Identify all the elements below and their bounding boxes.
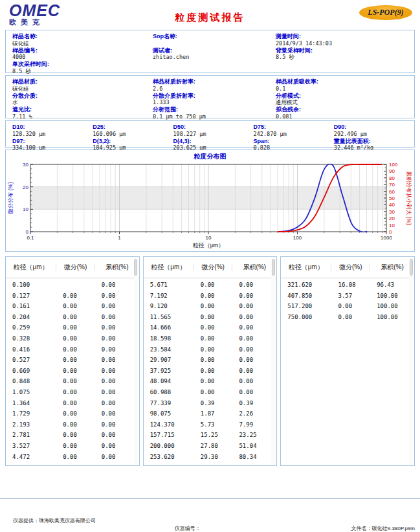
table-cell: 0.00 (56, 387, 95, 398)
table-cell: 0.00 (95, 280, 139, 291)
svg-text:80: 80 (389, 175, 395, 181)
svg-text:粒径（μm）: 粒径（μm） (193, 242, 225, 249)
info-field (276, 60, 414, 74)
table-row: 0.6690.000.00 (6, 366, 139, 377)
table-cell: 0.00 (232, 301, 276, 312)
table-scrollbar[interactable] (134, 258, 138, 465)
svg-text:40: 40 (389, 202, 395, 208)
table-cell: 0.100 (6, 280, 56, 291)
table-row: 0.4160.000.00 (6, 344, 139, 355)
table-cell: 0.00 (56, 301, 95, 312)
scrollbar-thumb[interactable] (134, 259, 137, 276)
info-field: 样品材质:碳化硅 (12, 78, 153, 92)
info-field: D25:160.096 μm (93, 123, 173, 137)
table-cell: 0.00 (56, 344, 95, 355)
table-cell: 48.094 (144, 376, 194, 387)
table-cell: 15.25 (194, 430, 233, 441)
table-row: 2.1930.000.00 (6, 419, 139, 430)
table-cell: 0.00 (95, 366, 139, 377)
table-cell: 0.00 (56, 398, 95, 409)
table-row: 1.0750.000.00 (6, 387, 139, 398)
table-cell: 0.00 (95, 312, 139, 323)
table-cell: 2.26 (232, 408, 276, 419)
table-cell: 0.00 (194, 344, 233, 355)
table-cell: 0.39 (232, 398, 276, 409)
column-header: 累积(%) (370, 263, 414, 271)
table-row: 23.5840.000.00 (144, 344, 277, 355)
table-cell: 0.00 (232, 333, 276, 344)
table-cell: 0.00 (232, 291, 276, 302)
scrollbar-thumb[interactable] (410, 259, 413, 276)
table-cell: 0.00 (56, 333, 95, 344)
table-cell: 0.00 (95, 291, 139, 302)
table-row: 407.8503.57100.00 (281, 291, 414, 302)
report-footer: 仪器提供：珠海欧美克仪器有限公司 网址：www.omec-instruments… (5, 502, 415, 532)
table-cell: 157.715 (144, 430, 194, 441)
table-cell: 98.075 (144, 408, 194, 419)
svg-text:0.1: 0.1 (27, 235, 34, 241)
svg-text:50: 50 (389, 195, 395, 201)
table-cell: 0.00 (232, 312, 276, 323)
table-cell: 0.39 (194, 398, 233, 409)
table-scrollbar[interactable] (409, 258, 414, 465)
table-cell: 0.00 (95, 344, 139, 355)
svg-text:60: 60 (389, 189, 395, 195)
table-cell: 1.075 (6, 387, 56, 398)
table-cell: 0.00 (95, 419, 139, 430)
column-header: 微分(%) (56, 263, 95, 271)
table-cell: 0.204 (6, 312, 56, 323)
sample-info-grid: 样品名称:碳化硅Sop名称: 测量时间:2014/9/3 14:43:03样品编… (6, 30, 414, 76)
table-cell: 100.00 (370, 301, 414, 312)
table-cell: 3.57 (331, 291, 370, 302)
material-info-section: 样品材质:碳化硅样品材质折射率:2.6样品材质吸收率:0.1分散介质:水分散介质… (5, 75, 415, 118)
scrollbar-thumb[interactable] (272, 259, 275, 276)
svg-text:1000: 1000 (381, 235, 392, 241)
info-field: 分散介质折射率:1.333 (153, 92, 276, 106)
table-3: 粒径（μm）微分(%)累积(%) 321.62016.0896.43407.85… (280, 256, 415, 466)
table-cell: 2.781 (6, 430, 56, 441)
column-header: 微分(%) (194, 263, 233, 271)
column-header: 粒径（μm） (144, 263, 194, 271)
table-row: 7.1920.000.00 (144, 291, 277, 302)
table-row: 517.2000.00100.00 (281, 301, 414, 312)
table-row: 3.5270.000.00 (6, 441, 139, 452)
table-cell: 80.34 (232, 452, 276, 463)
table-2-body: 5.6710.000.007.1920.000.009.1200.000.001… (144, 278, 277, 462)
page-title: 粒度测试报告 (5, 12, 415, 24)
table-cell: 9.120 (144, 301, 194, 312)
footer-instrument: 仪器编号： 软件版本：1.6.1864.0 (175, 502, 283, 532)
table-cell: 2.193 (6, 419, 56, 430)
info-field: D(3,2):184.925 μm (93, 137, 173, 151)
distribution-chart: 粒度分布图 010203001020304050607080901000.111… (5, 150, 415, 252)
info-field: Sop名称: (153, 32, 276, 47)
info-field: D90:292.496 μm (334, 123, 414, 137)
table-cell: 0.00 (95, 441, 139, 452)
info-field: 遮光比:7.11 % (12, 105, 153, 120)
chart-title: 粒度分布图 (6, 150, 414, 161)
table-cell: 0.328 (6, 333, 56, 344)
table-row: 0.1000.00 (6, 280, 139, 291)
info-field: 测量时间:2014/9/3 14:43:03 (276, 32, 414, 47)
table-cell: 750.000 (281, 312, 331, 323)
table-1: 粒径（μm）微分(%)累积(%) 0.1000.000.1270.000.000… (5, 256, 140, 466)
table-cell: 0.00 (95, 333, 139, 344)
table-cell: 0.00 (232, 366, 276, 377)
table-cell: 0.00 (232, 322, 276, 333)
table-cell: 0.00 (194, 312, 233, 323)
table-2-header: 粒径（μm）微分(%)累积(%) (144, 257, 277, 278)
svg-text:0: 0 (26, 229, 29, 235)
table-cell: 0.00 (95, 398, 139, 409)
svg-text:1: 1 (118, 235, 121, 241)
table-cell: 0.00 (95, 430, 139, 441)
table-row: 321.62016.0896.43 (281, 280, 414, 291)
table-cell: 0.416 (6, 344, 56, 355)
table-cell: 0.00 (194, 376, 233, 387)
footer-file: 文件名：碳化硅9-380P.p9m 记录编号：6 (283, 502, 415, 532)
table-cell: 1.87 (194, 408, 233, 419)
table-cell: 0.00 (194, 355, 233, 366)
table-cell: 0.00 (194, 387, 233, 398)
info-field: 样品名称:碳化硅 (12, 32, 153, 47)
table-scrollbar[interactable] (271, 258, 276, 465)
sample-info-section: 样品名称:碳化硅Sop名称: 测量时间:2014/9/3 14:43:03样品编… (5, 30, 415, 73)
table-cell: 51.04 (232, 441, 276, 452)
